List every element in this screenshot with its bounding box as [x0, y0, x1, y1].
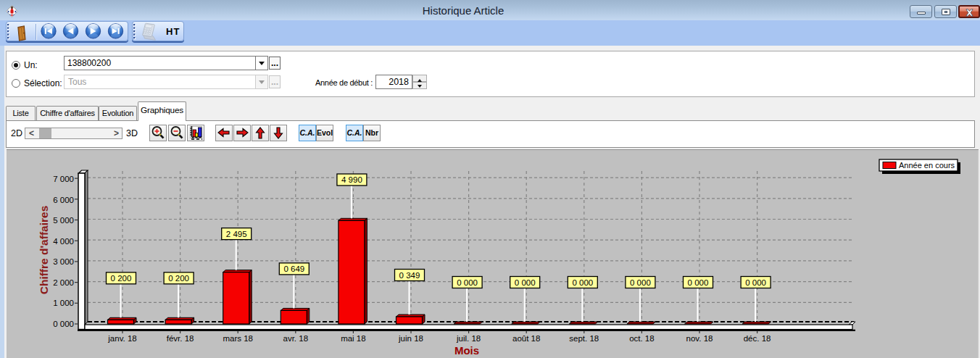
svg-text:Chiffre d'affaires: Chiffre d'affaires — [38, 206, 50, 295]
svg-text:févr. 18: févr. 18 — [167, 334, 194, 343]
svg-text:3 000: 3 000 — [53, 257, 74, 266]
svg-text:nov. 18: nov. 18 — [686, 334, 713, 343]
svg-text:0 349: 0 349 — [399, 271, 420, 280]
svg-text:0 000: 0 000 — [688, 278, 709, 287]
svg-text:0 200: 0 200 — [168, 274, 189, 283]
svg-text:0 000: 0 000 — [630, 278, 651, 287]
svg-text:0 000: 0 000 — [53, 320, 74, 328]
svg-text:Mois: Mois — [454, 344, 479, 357]
svg-text:0 000: 0 000 — [457, 278, 478, 287]
svg-text:4 000: 4 000 — [53, 237, 74, 246]
svg-text:5 000: 5 000 — [53, 216, 74, 225]
svg-text:6 000: 6 000 — [53, 196, 74, 204]
svg-text:juin 18: juin 18 — [398, 334, 423, 343]
svg-text:déc. 18: déc. 18 — [744, 334, 771, 343]
svg-text:2 495: 2 495 — [226, 230, 247, 238]
svg-text:mars 18: mars 18 — [223, 334, 253, 343]
svg-text:oct. 18: oct. 18 — [629, 334, 655, 343]
svg-text:juil. 18: juil. 18 — [456, 334, 481, 343]
svg-text:0 000: 0 000 — [572, 278, 593, 287]
svg-text:mai 18: mai 18 — [341, 334, 366, 343]
svg-text:avr. 18: avr. 18 — [283, 334, 309, 343]
svg-text:0 649: 0 649 — [283, 265, 304, 273]
svg-text:Année en cours: Année en cours — [899, 161, 955, 170]
svg-text:7 000: 7 000 — [53, 175, 74, 183]
svg-text:0 200: 0 200 — [111, 274, 132, 283]
svg-text:2 000: 2 000 — [53, 278, 74, 287]
svg-text:1 000: 1 000 — [53, 299, 74, 307]
svg-text:janv. 18: janv. 18 — [107, 334, 136, 343]
svg-text:0 000: 0 000 — [745, 278, 766, 287]
svg-text:0 000: 0 000 — [515, 278, 536, 287]
svg-text:sept. 18: sept. 18 — [569, 334, 599, 343]
svg-text:août 18: août 18 — [512, 334, 540, 343]
svg-text:4 990: 4 990 — [341, 175, 362, 184]
